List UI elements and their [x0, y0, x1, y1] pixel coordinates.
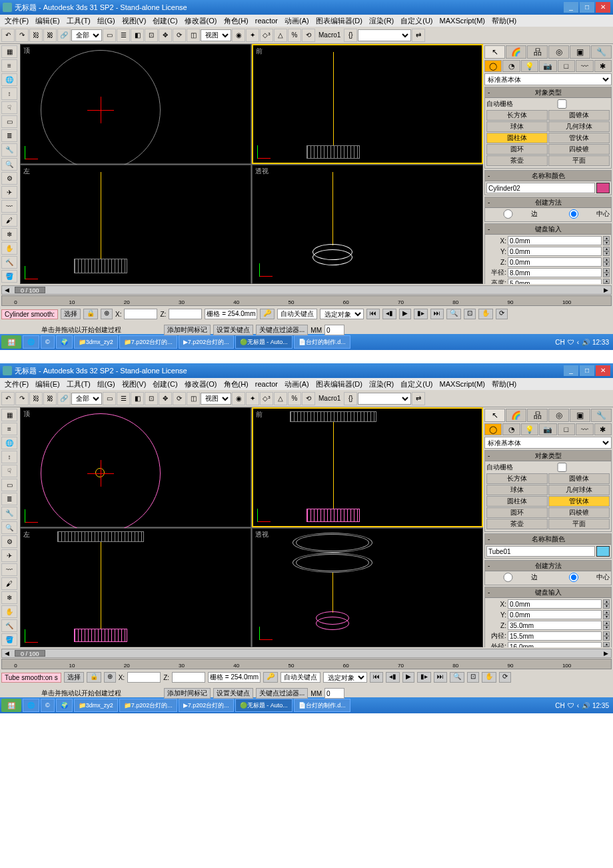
move-button[interactable]: ✥	[159, 392, 172, 405]
selobj-dropdown[interactable]: 选定对象	[320, 309, 364, 319]
snap-button[interactable]: ◇³	[260, 29, 273, 42]
key-icon[interactable]: 🔑	[260, 309, 275, 319]
manip-button[interactable]: ✦	[246, 29, 259, 42]
autogrid-checkbox[interactable]	[514, 99, 610, 109]
hierarchy-tab[interactable]: 品	[527, 409, 548, 422]
menu-create[interactable]: 创建(C)	[151, 16, 179, 26]
named-sets-button[interactable]: {}	[344, 29, 357, 42]
select-lock-button[interactable]: 选择	[64, 672, 84, 683]
menu-modifiers[interactable]: 修改器(O)	[183, 16, 219, 26]
undo-button[interactable]: ↶	[1, 29, 15, 42]
spinner-snap-button[interactable]: ⟲	[302, 29, 315, 42]
hammer-icon[interactable]: 🔨	[1, 256, 17, 269]
inner-radius-field[interactable]	[508, 631, 602, 641]
lights-icon[interactable]: 💡	[521, 423, 538, 435]
modify-tab[interactable]: 🌈	[506, 45, 526, 59]
quicklaunch-icon[interactable]: ©	[41, 335, 55, 349]
geosphere-button[interactable]: 几何球体	[548, 485, 610, 495]
create-tab[interactable]: ↖	[484, 45, 505, 59]
spacewarps-icon[interactable]: 〰	[576, 423, 593, 435]
helpers-icon[interactable]: □	[558, 423, 575, 435]
x-field[interactable]	[508, 599, 602, 609]
systems-icon[interactable]: ✱	[594, 423, 612, 435]
y-field[interactable]	[508, 610, 602, 619]
tray-icon[interactable]: 🔊	[582, 339, 590, 346]
menu-animation[interactable]: 动画(A)	[283, 16, 311, 26]
object-name-field[interactable]	[486, 546, 595, 557]
lock-icon[interactable]: 🔒	[83, 309, 98, 319]
maximize-button[interactable]: □	[580, 2, 594, 13]
percent-snap-button[interactable]: %	[288, 392, 301, 405]
quicklaunch-icon[interactable]: ©	[41, 699, 55, 712]
hand-icon[interactable]: ✋	[1, 242, 17, 255]
menu-file[interactable]: 文件(F)	[3, 379, 31, 389]
close-button[interactable]: ✕	[596, 2, 610, 13]
tab-panel-icon[interactable]: ▦	[1, 409, 17, 421]
y-spinner[interactable]: ▴▾	[603, 247, 610, 256]
move-button[interactable]: ✥	[159, 29, 172, 42]
plane-button[interactable]: 平面	[548, 155, 610, 166]
abs-rel-icon[interactable]: ⊕	[104, 672, 116, 683]
menu-views[interactable]: 视图(V)	[120, 379, 149, 389]
edge-radio[interactable]	[486, 573, 530, 582]
axis-icon[interactable]: ↕	[1, 87, 17, 100]
named-sets-dropdown[interactable]	[358, 29, 411, 41]
menu-file[interactable]: 文件(F)	[3, 16, 31, 26]
prev-frame-button[interactable]: ◂▮	[386, 672, 400, 683]
menu-create[interactable]: 创建(C)	[151, 379, 179, 389]
wave-icon[interactable]: 〰	[1, 563, 17, 576]
lights-icon[interactable]: 💡	[521, 60, 538, 72]
manip-button[interactable]: ✦	[246, 392, 259, 405]
unlink-button[interactable]: ⛓̸	[43, 392, 57, 405]
menu-graph[interactable]: 图表编辑器(D)	[314, 379, 364, 389]
sphere-button[interactable]: 球体	[486, 485, 548, 495]
modify-tab[interactable]: 🌈	[506, 409, 526, 422]
setkey-button[interactable]: 设置关键点	[213, 688, 253, 699]
status-z-field[interactable]	[169, 309, 202, 319]
motion-tab[interactable]: ◎	[548, 409, 569, 422]
shapes-icon[interactable]: ◔	[502, 423, 520, 435]
tray-icon[interactable]: 🛡	[568, 339, 574, 346]
goto-start-button[interactable]: ⏮	[370, 672, 383, 683]
addtime-button[interactable]: 添加时间标记	[164, 325, 211, 335]
selection-filter[interactable]: 全部	[71, 29, 102, 41]
select-region-button[interactable]: ◧	[131, 29, 144, 42]
named-sets-button[interactable]: {}	[344, 392, 357, 405]
spacewarps-icon[interactable]: 〰	[576, 60, 593, 72]
select-button[interactable]: ▭	[103, 29, 116, 42]
pivot-button[interactable]: ◉	[232, 392, 245, 405]
hand-icon[interactable]: ✋	[1, 605, 17, 618]
pyramid-button[interactable]: 四棱锥	[548, 144, 610, 155]
plane-icon[interactable]: ✈	[1, 549, 17, 562]
pointer-icon[interactable]: ☟	[1, 465, 17, 477]
taskbar-item[interactable]: 📁 7.p202台灯的...	[119, 699, 177, 712]
x-spinner[interactable]: ▴▾	[603, 236, 610, 245]
z-spinner[interactable]: ▴▾	[603, 257, 610, 267]
geosphere-button[interactable]: 几何球体	[548, 121, 610, 132]
motion-tab[interactable]: ◎	[548, 45, 569, 59]
utilities-tab[interactable]: 🔧	[591, 45, 612, 59]
x-field[interactable]	[508, 236, 602, 245]
wrench-icon[interactable]: 🔧	[1, 143, 17, 156]
angle-snap-button[interactable]: △	[274, 29, 287, 42]
link-button[interactable]: ⛓	[29, 29, 43, 42]
rotate-button[interactable]: ⟳	[173, 392, 186, 405]
status-z-field[interactable]	[172, 672, 205, 683]
selection-filter[interactable]: 全部	[71, 393, 102, 405]
addtime-button[interactable]: 添加时间标记	[164, 688, 211, 699]
tray-icon[interactable]: 🛡	[568, 702, 574, 709]
menu-customize[interactable]: 自定义(U)	[398, 16, 434, 26]
unlink-button[interactable]: ⛓̸	[43, 29, 57, 42]
bind-button[interactable]: 🔗	[57, 392, 71, 405]
cone-button[interactable]: 圆锥体	[548, 473, 610, 484]
bind-button[interactable]: 🔗	[57, 29, 71, 42]
pointer-icon[interactable]: ☟	[1, 101, 17, 114]
menu-reactor[interactable]: reactor	[253, 380, 280, 388]
taskbar-item-active[interactable]: 🟢 无标题 - Auto...	[235, 335, 293, 349]
time-ruler[interactable]: 0 10 20 30 40 50 60 70 80 90 100	[1, 295, 612, 306]
pivot-button[interactable]: ◉	[232, 29, 245, 42]
plane-button[interactable]: 平面	[548, 519, 610, 529]
brush-icon[interactable]: 🖌	[1, 577, 17, 590]
orbit-icon[interactable]: ⟳	[496, 309, 508, 319]
pan-icon[interactable]: ✋	[482, 672, 496, 683]
